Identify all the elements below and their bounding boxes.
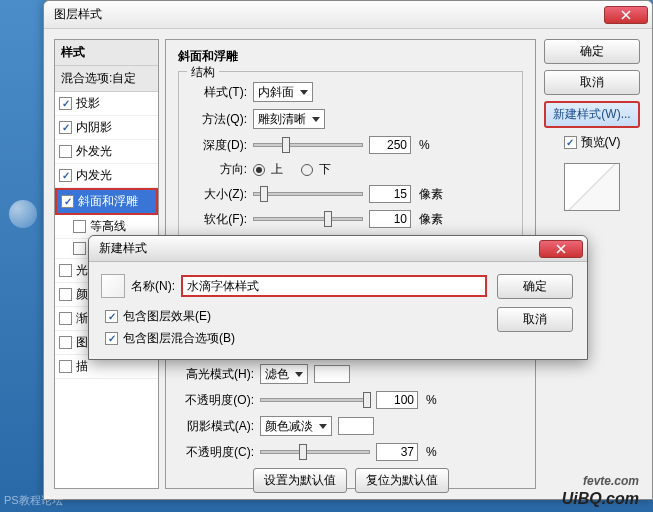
direction-label: 方向: — [191, 161, 247, 178]
checkbox[interactable] — [59, 97, 72, 110]
chevron-down-icon — [295, 372, 303, 377]
structure-legend: 结构 — [187, 64, 219, 81]
inner-titlebar[interactable]: 新建样式 — [89, 236, 587, 262]
checkbox[interactable] — [59, 145, 72, 158]
structure-fieldset: 结构 样式(T): 内斜面 方法(Q): 雕刻清晰 深度(D): % 方向: 上… — [178, 71, 523, 246]
depth-input[interactable] — [369, 136, 411, 154]
watermark: fevte.com UiBQ.com — [562, 474, 639, 508]
opacity1-label: 不透明度(O): — [178, 392, 254, 409]
include-blend-checkbox[interactable] — [105, 332, 118, 345]
inner-dialog-title: 新建样式 — [99, 240, 147, 257]
style-name-input[interactable] — [181, 275, 487, 297]
style-item-inner-shadow[interactable]: 内阴影 — [55, 116, 158, 140]
opacity1-slider[interactable] — [260, 398, 370, 402]
inner-cancel-button[interactable]: 取消 — [497, 307, 573, 332]
titlebar[interactable]: 图层样式 — [44, 1, 652, 29]
inner-body: 名称(N): 包含图层效果(E) 包含图层混合选项(B) 确定 取消 — [89, 262, 587, 359]
size-input[interactable] — [369, 185, 411, 203]
include-effects-row[interactable]: 包含图层效果(E) — [105, 308, 487, 325]
dialog-title: 图层样式 — [54, 6, 102, 23]
checkbox[interactable] — [59, 312, 72, 325]
close-button[interactable] — [604, 6, 648, 24]
ps-watermark: PS教程论坛 — [4, 493, 63, 508]
shadow-color-swatch[interactable] — [338, 417, 374, 435]
checkbox[interactable] — [59, 336, 72, 349]
preview-checkbox[interactable] — [564, 136, 577, 149]
reset-default-button[interactable]: 复位为默认值 — [355, 468, 449, 493]
checkbox[interactable] — [59, 360, 72, 373]
preview-label: 预览(V) — [581, 134, 621, 151]
close-icon — [556, 244, 566, 254]
checkbox[interactable] — [73, 220, 86, 233]
chevron-down-icon — [319, 424, 327, 429]
inner-close-button[interactable] — [539, 240, 583, 258]
checkbox[interactable] — [59, 264, 72, 277]
include-blend-row[interactable]: 包含图层混合选项(B) — [105, 330, 487, 347]
highlight-mode-select[interactable]: 滤色 — [260, 364, 308, 384]
checkbox[interactable] — [73, 242, 86, 255]
checkbox[interactable] — [59, 121, 72, 134]
checkbox[interactable] — [61, 195, 74, 208]
shadow-mode-label: 阴影模式(A): — [178, 418, 254, 435]
highlight-color-swatch[interactable] — [314, 365, 350, 383]
highlight-mode-label: 高光模式(H): — [178, 366, 254, 383]
opacity2-slider[interactable] — [260, 450, 370, 454]
section-title: 斜面和浮雕 — [178, 48, 523, 65]
shadow-mode-select[interactable]: 颜色减淡 — [260, 416, 332, 436]
style-item-inner-glow[interactable]: 内发光 — [55, 164, 158, 188]
soften-slider[interactable] — [253, 217, 363, 221]
style-select[interactable]: 内斜面 — [253, 82, 313, 102]
style-item-outer-glow[interactable]: 外发光 — [55, 140, 158, 164]
checkbox[interactable] — [59, 288, 72, 301]
size-label: 大小(Z): — [191, 186, 247, 203]
ok-button[interactable]: 确定 — [544, 39, 640, 64]
soften-input[interactable] — [369, 210, 411, 228]
chevron-down-icon — [300, 90, 308, 95]
style-label: 样式(T): — [191, 84, 247, 101]
style-preview-icon — [101, 274, 125, 298]
method-label: 方法(Q): — [191, 111, 247, 128]
method-select[interactable]: 雕刻清晰 — [253, 109, 325, 129]
size-slider[interactable] — [253, 192, 363, 196]
new-style-dialog: 新建样式 名称(N): 包含图层效果(E) 包含图层混合选项(B) 确定 取消 — [88, 235, 588, 360]
opacity2-label: 不透明度(C): — [178, 444, 254, 461]
preview-checkbox-row[interactable]: 预览(V) — [564, 134, 621, 151]
new-style-button[interactable]: 新建样式(W)... — [544, 101, 640, 128]
depth-slider[interactable] — [253, 143, 363, 147]
blend-options[interactable]: 混合选项:自定 — [55, 66, 158, 92]
preview-swatch — [564, 163, 620, 211]
chevron-down-icon — [312, 117, 320, 122]
set-default-button[interactable]: 设置为默认值 — [253, 468, 347, 493]
style-item-bevel-emboss[interactable]: 斜面和浮雕 — [55, 188, 158, 215]
style-item-drop-shadow[interactable]: 投影 — [55, 92, 158, 116]
include-effects-checkbox[interactable] — [105, 310, 118, 323]
checkbox[interactable] — [59, 169, 72, 182]
direction-up-radio[interactable] — [253, 164, 265, 176]
opacity1-input[interactable] — [376, 391, 418, 409]
styles-header: 样式 — [55, 40, 158, 66]
inner-ok-button[interactable]: 确定 — [497, 274, 573, 299]
depth-label: 深度(D): — [191, 137, 247, 154]
opacity2-input[interactable] — [376, 443, 418, 461]
direction-down-radio[interactable] — [301, 164, 313, 176]
close-icon — [621, 10, 631, 20]
background-bubble — [9, 200, 37, 228]
soften-label: 软化(F): — [191, 211, 247, 228]
name-label: 名称(N): — [131, 278, 175, 295]
cancel-button[interactable]: 取消 — [544, 70, 640, 95]
